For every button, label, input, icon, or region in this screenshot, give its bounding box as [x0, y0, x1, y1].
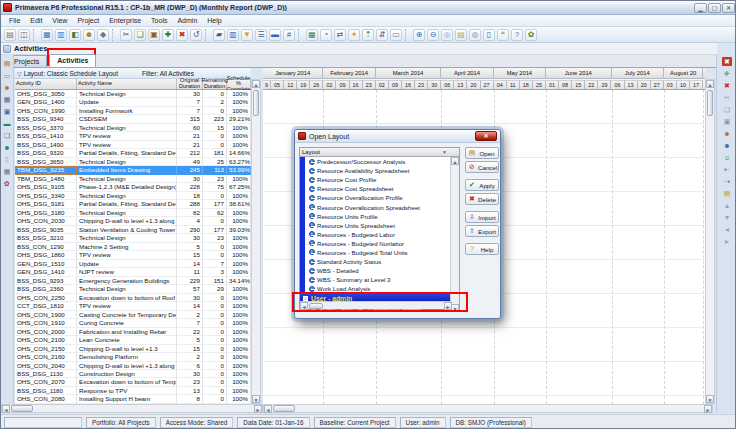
layout-item[interactable]: WBS - Summary at Level 3: [300, 275, 452, 284]
move-down-icon[interactable]: ▼: [722, 213, 732, 222]
table-row[interactable]: OHS_DSG_3050Technical Design300100%: [15, 90, 251, 98]
resource-icon[interactable]: ☻: [2, 83, 12, 92]
original-duration-cell[interactable]: 49: [177, 158, 203, 166]
schedule-pct-cell[interactable]: 100%: [227, 311, 251, 319]
activity-name-cell[interactable]: Technical Design: [77, 209, 177, 217]
schedule-pct-cell[interactable]: 100%: [227, 260, 251, 268]
original-duration-cell[interactable]: 8: [177, 395, 203, 403]
original-duration-cell[interactable]: 21: [177, 141, 203, 149]
activity-name-cell[interactable]: Technical Design: [77, 234, 177, 242]
calendar-icon[interactable]: ▦: [2, 167, 12, 176]
schedule-pct-cell[interactable]: 100%: [227, 141, 251, 149]
group-sort-icon[interactable]: ☰: [255, 29, 267, 41]
table-row[interactable]: BSS_DSG_1130Construction Design300100%: [15, 370, 251, 378]
remaining-duration-cell[interactable]: 23: [203, 234, 227, 242]
schedule-pct-cell[interactable]: 100%: [227, 378, 251, 386]
activity-id-cell[interactable]: OHS_CON_2160: [15, 353, 77, 361]
column-header-4[interactable]: Schedule % Complete: [227, 79, 251, 89]
activity-name-cell[interactable]: Partial Details, Fitting, Standard Detai…: [77, 149, 177, 157]
table-row[interactable]: OHS_CON_1990Installing Formwork70100%: [15, 107, 251, 115]
original-duration-cell[interactable]: 15: [177, 251, 203, 259]
original-duration-cell[interactable]: 5: [177, 336, 203, 344]
menu-admin[interactable]: Admin: [172, 15, 202, 26]
schedule-pct-cell[interactable]: 29.21%: [227, 115, 251, 123]
layout-item[interactable]: Resource Overallocation Profile: [300, 193, 452, 202]
activity-id-cell[interactable]: BSS_DSG_1410: [15, 132, 77, 140]
remaining-duration-cell[interactable]: 0: [203, 311, 227, 319]
layout-item[interactable]: Standard Activity Status: [300, 257, 452, 266]
activity-id-cell[interactable]: BSS_DSG_3370: [15, 124, 77, 132]
comment-icon[interactable]: ❝: [497, 29, 509, 41]
remaining-duration-cell[interactable]: 177: [203, 226, 227, 234]
remaining-duration-cell[interactable]: 0: [203, 387, 227, 395]
update-progress-icon[interactable]: ⇡: [362, 29, 374, 41]
activities-view-icon[interactable]: ▥: [55, 29, 67, 41]
table-row[interactable]: BSS_DSG_9340CSD/SEM31522329.21%: [15, 115, 251, 123]
remaining-duration-cell[interactable]: 7: [203, 260, 227, 268]
column-header-2[interactable]: Original Duration: [177, 79, 203, 89]
table-row[interactable]: OHS_CON_2070Excavation down to bottom of…: [15, 378, 251, 386]
scroll-up-icon[interactable]: ▲: [252, 80, 260, 88]
original-duration-cell[interactable]: 14: [177, 302, 203, 310]
add-icon[interactable]: ✚: [162, 29, 174, 41]
schedule-pct-cell[interactable]: 14.66%: [227, 149, 251, 157]
activity-name-cell[interactable]: Excavation down to bottom of Temporar: [77, 378, 177, 386]
remaining-duration-cell[interactable]: 25: [203, 158, 227, 166]
remaining-duration-cell[interactable]: 0: [203, 353, 227, 361]
schedule-pct-cell[interactable]: 100%: [227, 268, 251, 276]
remaining-duration-cell[interactable]: 15: [203, 124, 227, 132]
notebook-icon[interactable]: ▦: [2, 95, 12, 104]
resource-view-icon[interactable]: ☻: [83, 29, 95, 41]
remaining-duration-cell[interactable]: 0: [203, 319, 227, 327]
activity-name-cell[interactable]: Technical Design: [77, 158, 177, 166]
layout-item[interactable]: Resource Cost Profile: [300, 175, 452, 184]
store-period-icon[interactable]: ▭: [390, 29, 402, 41]
menu-tools[interactable]: Tools: [146, 15, 172, 26]
scroll-left-icon[interactable]: ◄: [2, 405, 10, 413]
activity-name-cell[interactable]: Installing Formwork: [77, 107, 177, 115]
remaining-duration-cell[interactable]: 0: [203, 217, 227, 225]
table-row[interactable]: OHS_CON_2080Installing Support H beam801…: [15, 395, 251, 403]
schedule-pct-cell[interactable]: 67.25%: [227, 183, 251, 191]
assign-role-icon[interactable]: ☺: [722, 153, 732, 162]
schedule-pct-cell[interactable]: 100%: [227, 319, 251, 327]
remaining-duration-cell[interactable]: 0: [203, 294, 227, 302]
activity-name-cell[interactable]: Construction Design: [77, 370, 177, 378]
activity-name-cell[interactable]: Emergency Generation Buildings: [77, 277, 177, 285]
maximize-button[interactable]: ▢: [708, 3, 721, 13]
gantt-month-header[interactable]: January 2014February 2014March 2014April…: [263, 68, 705, 79]
schedule-pct-cell[interactable]: 100%: [227, 294, 251, 302]
gantt-vertical-scrollbar[interactable]: ▲ ▼: [705, 79, 715, 404]
activity-name-cell[interactable]: TPV review: [77, 132, 177, 140]
assign-resource-icon[interactable]: ☻: [722, 141, 732, 150]
remaining-duration-cell[interactable]: 23: [203, 175, 227, 183]
schedule-pct-cell[interactable]: 100%: [227, 353, 251, 361]
layout-item[interactable]: Resource Overallocation Spreadsheet: [300, 202, 452, 211]
table-row[interactable]: OHS_CON_2100Lean Concrete50100%: [15, 336, 251, 344]
table-row[interactable]: OHS_CON_1900Casting Concrete for Tempora…: [15, 311, 251, 319]
level-icon[interactable]: ⇵: [376, 29, 388, 41]
scroll-up-icon[interactable]: ▲: [451, 157, 459, 165]
schedule-pct-cell[interactable]: 100%: [227, 124, 251, 132]
remaining-duration-cell[interactable]: 223: [203, 115, 227, 123]
original-duration-cell[interactable]: 7: [177, 107, 203, 115]
timescale-icon[interactable]: #: [283, 29, 295, 41]
delete-activity-icon[interactable]: ✖: [722, 81, 732, 90]
flower-icon[interactable]: ✿: [2, 179, 12, 188]
layout-item[interactable]: Resource Cost Spreadsheet: [300, 184, 452, 193]
table-vertical-scrollbar[interactable]: ▲ ▼: [251, 79, 261, 404]
move-left-icon[interactable]: ◄: [722, 225, 732, 234]
schedule-pct-cell[interactable]: 100%: [227, 107, 251, 115]
table-row[interactable]: BSS_DSG_3210Technical Design3023100%: [15, 234, 251, 242]
remaining-duration-cell[interactable]: 0: [203, 328, 227, 336]
table-row[interactable]: TBM_DSG_1480Technical Design3023100%: [15, 175, 251, 183]
activity-id-cell[interactable]: BSS_DSG_9293: [15, 277, 77, 285]
schedule-pct-cell[interactable]: 34.14%: [227, 277, 251, 285]
activity-id-cell[interactable]: OHS_CON_2000: [15, 328, 77, 336]
gantt-options-icon[interactable]: ▬: [269, 29, 281, 41]
original-duration-cell[interactable]: 30: [177, 294, 203, 302]
filter-icon[interactable]: ▼: [241, 29, 253, 41]
schedule-pct-cell[interactable]: 100%: [227, 336, 251, 344]
original-duration-cell[interactable]: 60: [177, 124, 203, 132]
scroll-down-icon[interactable]: ▼: [252, 395, 260, 403]
